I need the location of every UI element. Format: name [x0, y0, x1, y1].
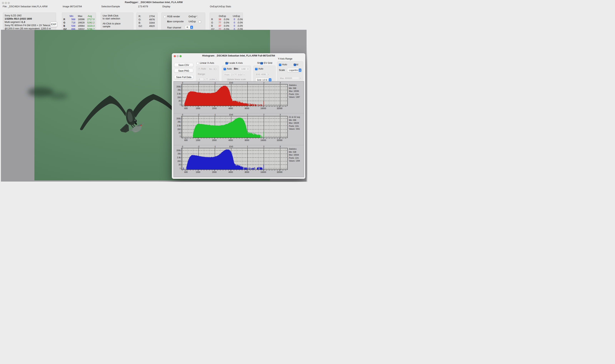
- stepper-icon: [215, 67, 218, 70]
- linear-auto-checkbox: [198, 68, 200, 70]
- svg-text:20: 20: [179, 164, 181, 166]
- svg-text:EV0: EV0: [229, 114, 233, 116]
- stepper-icon: [203, 78, 206, 81]
- save-full-data-button[interactable]: Save Full Data: [174, 75, 193, 79]
- file-info-box: Sony ILCE-1M2 1/3200s f/8.0 @ISO 1600 Mu…: [3, 13, 56, 32]
- ev-grid-auto-checkbox[interactable]: [255, 68, 257, 70]
- stepper-icon: [299, 77, 302, 80]
- display-box: RGB render Raw composite Raw channel OvE…: [161, 13, 205, 32]
- file-section-label: File: _DSC4624 Sebastian Inlet,FLA.ARW: [3, 5, 47, 8]
- exposure-info: 1/3200s f/8.0 @ISO 1600: [3, 17, 56, 21]
- y-axis-range-group: Auto Grid Scale Logarithm Max: 800000: [277, 61, 303, 83]
- ev0-field: EV0: 4096: [255, 73, 267, 76]
- chevron-up-down-icon: [299, 69, 301, 72]
- svg-text:-1: -1: [214, 114, 216, 116]
- histogram-window: Histogram: _DSC4624 Sebastian Inlet, FLA…: [172, 53, 305, 179]
- svg-text:2: 2: [263, 82, 265, 84]
- selection-section-label: Selection/Sample: [101, 5, 120, 8]
- ev-to-field: 3 EV: [237, 73, 243, 76]
- svg-text:3: 3: [280, 146, 281, 148]
- svg-text:3: 3: [280, 82, 281, 84]
- fish-fin: [129, 129, 133, 131]
- rawdigger-app: { "app": {"title": "RawDigger: _DSC4624 …: [0, 0, 308, 182]
- unexp-checkbox[interactable]: [199, 21, 201, 23]
- save-csv-button[interactable]: Save CSV: [174, 63, 193, 67]
- display-section-label: Display: [162, 5, 170, 8]
- svg-text:1: 1: [247, 82, 248, 84]
- save-png-button[interactable]: Save PNG: [174, 69, 193, 73]
- blue-histogram-stats: Statistics Min: 538 Max: 16564 Pixels: 1…: [289, 147, 304, 163]
- linear-x-axis-group: Auto Bin: 32 Range: 0 – 16384: [196, 65, 219, 83]
- svg-text:2.0k: 2.0k: [177, 125, 181, 127]
- svg-text:600: 600: [184, 139, 188, 141]
- linear-bin-field: Bin: 32: [208, 67, 215, 70]
- svg-text:16000: 16000: [260, 139, 266, 141]
- y-auto-checkbox[interactable]: [279, 64, 281, 66]
- histogram-window-title: Histogram: _DSC4624 Sebastian Inlet, FLA…: [172, 54, 305, 57]
- stepper-icon: [247, 67, 249, 71]
- chevron-up-down-icon: [269, 78, 271, 81]
- svg-text:1: 1: [179, 167, 181, 169]
- svg-text:2: 2: [263, 114, 265, 116]
- ev-from-field: From: -3: [224, 73, 232, 76]
- svg-text:-2: -2: [198, 114, 200, 116]
- svg-text:1: 1: [179, 135, 181, 138]
- y-scale-select[interactable]: Logarithm: [287, 68, 302, 72]
- svg-text:4000: 4000: [228, 107, 233, 109]
- svg-text:-3: -3: [181, 82, 183, 84]
- ovexp-stats-box: OvExp UnExp R380.0%00.0% G770.0%00.0% B3…: [210, 13, 243, 32]
- raw-channel-select[interactable]: R: [185, 25, 194, 29]
- y-max-field: Max: 800000: [279, 77, 299, 80]
- stepper-icon: [215, 78, 218, 81]
- svg-text:200: 200: [177, 96, 181, 99]
- osprey-right-wing: [132, 94, 175, 117]
- svg-text:2000: 2000: [212, 107, 217, 109]
- svg-text:1: 1: [247, 114, 248, 116]
- svg-text:-2: -2: [198, 146, 200, 148]
- svg-text:20k: 20k: [178, 153, 181, 155]
- range-from-field: 0: [198, 78, 203, 81]
- svg-text:2000: 2000: [212, 139, 217, 141]
- ev-scale-group: Auto Bin: 1/48 E From: -3 – 3 EV Update …: [222, 65, 251, 83]
- svg-text:-3: -3: [181, 146, 183, 148]
- svg-text:1000: 1000: [196, 107, 201, 109]
- svg-text:32000: 32000: [277, 139, 282, 141]
- svg-text:-1: -1: [214, 82, 216, 84]
- green-histogram-panel: 200k20k2.0k200201-3-2-1EV012360010002000…: [174, 113, 304, 145]
- svg-text:32000: 32000: [277, 107, 282, 109]
- image-section-label: Image 8672x5784: [63, 5, 82, 8]
- linear-x-axis-checkbox[interactable]: [196, 62, 199, 65]
- svg-text:20: 20: [179, 100, 181, 102]
- osprey-tail: [120, 124, 129, 132]
- y-axis-range-label: Y-Axis Range: [278, 57, 292, 60]
- stepper-icon: [232, 73, 234, 76]
- col-min: Min: [68, 15, 76, 18]
- histogram-panels: 200k20k2.0k200201-3-2-1EV012360010002000…: [174, 81, 304, 177]
- ev-auto-checkbox[interactable]: [224, 68, 226, 70]
- svg-text:8000: 8000: [245, 107, 249, 109]
- range-to-field: 16384: [208, 78, 215, 81]
- svg-text:3: 3: [280, 114, 281, 116]
- svg-text:32000: 32000: [277, 171, 282, 173]
- cursor-values-box: R:2704 G:4976 B:3344 G2:4920: [136, 13, 158, 32]
- stepper-icon: [243, 73, 245, 76]
- red-histogram-stats: Statistics Min: 568 Max: 16596 Pixels: 1…: [289, 84, 304, 99]
- svg-text:EV0: EV0: [229, 82, 233, 84]
- stepper-icon: [267, 73, 270, 76]
- svg-text:1: 1: [179, 104, 181, 106]
- svg-text:2.0k: 2.0k: [177, 156, 181, 159]
- red-histogram-panel: 200k20k2.0k200201-3-2-1EV012360010002000…: [174, 81, 304, 113]
- col-avg: Avg: [85, 15, 95, 18]
- ovexp-section-label: OvExp/UnExp Stats: [210, 5, 231, 8]
- ev-bin-select: 1/48 E: [240, 67, 250, 71]
- radio-rgb-render[interactable]: [163, 15, 166, 18]
- svg-text:20k: 20k: [178, 121, 181, 123]
- svg-text:16000: 16000: [260, 171, 266, 173]
- exif-button[interactable]: EXIF: [50, 22, 57, 27]
- svg-text:20k: 20k: [178, 89, 181, 91]
- svg-text:200: 200: [177, 128, 181, 130]
- svg-text:200: 200: [177, 160, 181, 162]
- svg-text:16000: 16000: [260, 107, 266, 109]
- lens-info: Sony FE 600mm F4 GM OSS + 2X Teleconvert…: [3, 24, 56, 27]
- col-max: Max: [76, 15, 85, 18]
